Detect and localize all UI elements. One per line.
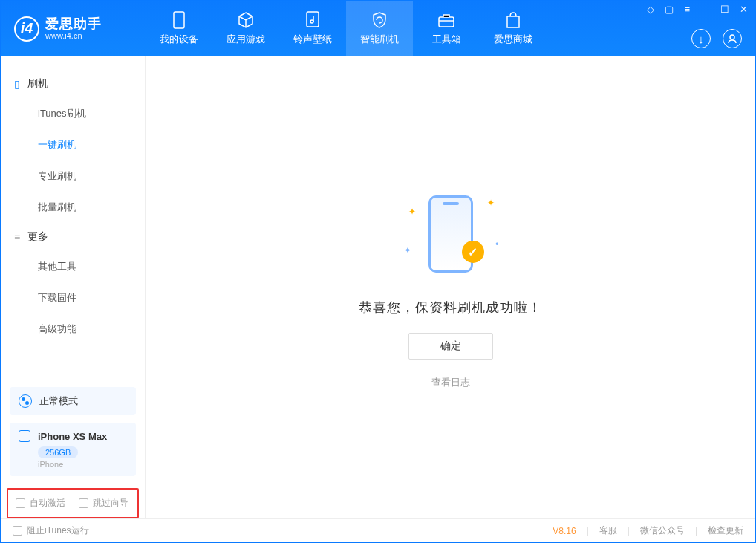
download-button[interactable]: ↓	[691, 29, 711, 48]
sidebar-item-pro-flash[interactable]: 专业刷机	[1, 160, 145, 192]
sidebar: ▯ 刷机 iTunes刷机 一键刷机 专业刷机 批量刷机 ≡ 更多 其他工具 下…	[1, 56, 146, 518]
phone-illustration	[428, 195, 473, 273]
ok-button[interactable]: 确定	[408, 333, 493, 360]
user-button[interactable]	[723, 29, 742, 48]
checkbox-icon	[16, 498, 25, 508]
footer-link-support[interactable]: 客服	[599, 524, 617, 537]
device-icon	[19, 430, 30, 442]
minimize-button[interactable]: —	[700, 4, 710, 15]
footer-link-wechat[interactable]: 微信公众号	[640, 524, 685, 537]
window-controls: ◇ ▢ ≡ — ☐ ✕	[647, 4, 748, 15]
app-url: www.i4.cn	[45, 31, 102, 40]
logo-icon: i4	[14, 16, 39, 42]
sidebar-item-itunes-flash[interactable]: iTunes刷机	[1, 98, 145, 129]
status-bar: 阻止iTunes运行 V8.16 | 客服 | 微信公众号 | 检查更新	[1, 518, 755, 542]
title-bar: i4 爱思助手 www.i4.cn 我的设备 应用游戏 铃声壁纸 智能刷机 工具…	[1, 1, 755, 56]
nav-my-device[interactable]: 我的设备	[146, 1, 212, 56]
checkmark-badge-icon: ✓	[462, 241, 484, 263]
success-message: 恭喜您，保资料刷机成功啦！	[359, 299, 542, 316]
shirt-icon[interactable]: ◇	[647, 4, 654, 15]
logo: i4 爱思助手 www.i4.cn	[1, 16, 146, 42]
toolbox-icon	[437, 11, 455, 29]
nav-smart-flash[interactable]: 智能刷机	[346, 1, 413, 56]
mode-label: 正常模式	[39, 394, 78, 408]
list-icon: ≡	[14, 231, 20, 243]
sidebar-section-more: ≡ 更多	[1, 223, 145, 251]
mode-box[interactable]: 正常模式	[10, 387, 136, 415]
sparkle-icon: ✦	[404, 245, 411, 256]
bag-icon	[504, 11, 522, 29]
app-name: 爱思助手	[45, 17, 102, 32]
checkbox-auto-activate[interactable]: 自动激活	[16, 497, 65, 510]
maximize-button[interactable]: ☐	[720, 4, 729, 15]
sidebar-item-other-tools[interactable]: 其他工具	[1, 251, 145, 282]
sidebar-item-advanced[interactable]: 高级功能	[1, 313, 145, 345]
main-content: ✦ ✦ ✦ • ✓ 恭喜您，保资料刷机成功啦！ 确定 查看日志	[146, 56, 755, 518]
sparkle-icon: ✦	[487, 198, 495, 208]
main-nav: 我的设备 应用游戏 铃声壁纸 智能刷机 工具箱 爱思商城	[146, 1, 547, 56]
music-icon	[304, 11, 322, 29]
device-icon	[170, 11, 188, 29]
nav-ringtone-wallpaper[interactable]: 铃声壁纸	[279, 1, 346, 56]
sidebar-item-batch-flash[interactable]: 批量刷机	[1, 192, 145, 223]
nav-apps-games[interactable]: 应用游戏	[212, 1, 279, 56]
svg-point-4	[730, 35, 734, 39]
version-label: V8.16	[553, 526, 576, 536]
phone-icon: ▯	[14, 78, 20, 90]
menu-icon[interactable]: ≡	[684, 4, 690, 15]
close-button[interactable]: ✕	[740, 4, 748, 15]
svg-point-2	[310, 20, 313, 23]
refresh-shield-icon	[371, 11, 388, 29]
cube-icon	[237, 11, 255, 29]
mode-icon	[19, 394, 32, 408]
sidebar-item-one-click-flash[interactable]: 一键刷机	[1, 129, 145, 160]
checkbox-skip-guide[interactable]: 跳过向导	[79, 497, 128, 510]
checkbox-icon	[79, 498, 88, 508]
sparkle-icon: ✦	[408, 207, 416, 217]
svg-rect-1	[307, 12, 319, 27]
nav-toolbox[interactable]: 工具箱	[413, 1, 480, 56]
success-illustration: ✦ ✦ ✦ • ✓	[403, 186, 499, 282]
sparkle-icon: •	[495, 239, 498, 250]
flash-options-highlight: 自动激活 跳过向导	[7, 488, 139, 518]
device-box[interactable]: iPhone XS Max 256GB iPhone	[10, 423, 136, 476]
sidebar-item-download-firmware[interactable]: 下载固件	[1, 282, 145, 313]
footer-link-update[interactable]: 检查更新	[708, 524, 743, 537]
svg-rect-3	[439, 17, 454, 27]
lock-icon[interactable]: ▢	[665, 4, 674, 15]
header-actions: ↓	[691, 29, 742, 48]
view-log-link[interactable]: 查看日志	[431, 376, 470, 389]
nav-store[interactable]: 爱思商城	[480, 1, 547, 56]
device-capacity: 256GB	[38, 446, 78, 458]
sidebar-section-flash: ▯ 刷机	[1, 70, 145, 98]
device-type: iPhone	[38, 460, 127, 469]
device-name: iPhone XS Max	[38, 431, 107, 442]
svg-rect-0	[174, 12, 184, 28]
checkbox-block-itunes[interactable]: 阻止iTunes运行	[13, 524, 89, 537]
checkbox-icon	[13, 526, 22, 536]
